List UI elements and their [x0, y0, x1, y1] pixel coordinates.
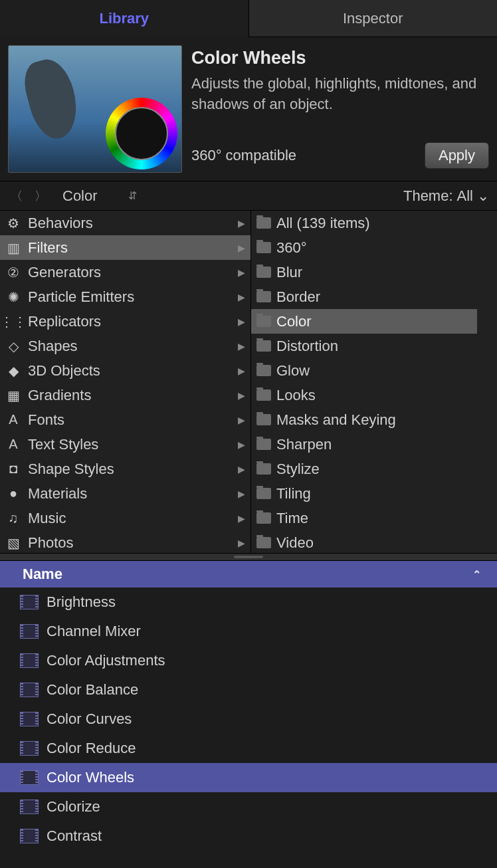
subcategory-row-stylize[interactable]: Stylize [251, 457, 477, 481]
breadcrumb[interactable]: Color [62, 187, 98, 205]
subcategory-row-video[interactable]: Video [251, 530, 477, 553]
filter-label: Color Curves [47, 710, 132, 728]
folder-icon [256, 488, 271, 499]
category-row-shape-styles[interactable]: ◘Shape Styles▶ [0, 457, 250, 481]
category-icon: ✺ [4, 288, 23, 306]
category-row-music[interactable]: ♫Music▶ [0, 506, 250, 530]
category-label: 3D Objects [28, 362, 233, 380]
filter-icon [20, 624, 39, 639]
category-icon: ◘ [4, 460, 23, 479]
subcategory-row-tiling[interactable]: Tiling [251, 481, 477, 506]
subcategory-row-color[interactable]: Color [251, 309, 477, 334]
folder-icon [256, 217, 271, 229]
subcategory-label: Time [276, 510, 308, 527]
theme-value: All [457, 187, 473, 205]
apply-button[interactable]: Apply [425, 142, 489, 169]
subcategory-row-blur[interactable]: Blur [251, 260, 477, 284]
category-icon: ⋮⋮ [4, 312, 23, 331]
subcategory-row-border[interactable]: Border [251, 284, 477, 309]
category-row-materials[interactable]: ●Materials▶ [0, 481, 250, 506]
filter-item-color-balance[interactable]: Color Balance [0, 675, 497, 705]
theme-selector[interactable]: Theme: All ⌄ [403, 187, 489, 205]
category-row-generators[interactable]: ②Generators▶ [0, 260, 250, 284]
category-row-text-styles[interactable]: AText Styles▶ [0, 432, 250, 457]
subcategory-row-masks-and-keying[interactable]: Masks and Keying [251, 407, 477, 432]
subcategory-label: Glow [276, 362, 310, 380]
category-row-photos[interactable]: ▧Photos▶ [0, 530, 250, 553]
folder-icon [256, 512, 271, 524]
chevron-right-icon: ▶ [238, 415, 245, 425]
tab-library[interactable]: Library [0, 0, 249, 37]
folder-icon [256, 414, 271, 425]
folder-icon [256, 389, 271, 401]
subcategory-label: Border [276, 288, 320, 306]
category-row-gradients[interactable]: ▦Gradients▶ [0, 383, 250, 407]
preview-meta: Color Wheels Adjusts the global, highlig… [191, 45, 489, 173]
filter-icon [20, 800, 39, 814]
tab-inspector[interactable]: Inspector [249, 0, 498, 37]
filter-item-color-reduce[interactable]: Color Reduce [0, 734, 497, 763]
chevron-right-icon: ▶ [238, 292, 245, 302]
category-row-replicators[interactable]: ⋮⋮Replicators▶ [0, 309, 250, 334]
list-header-name: Name [23, 566, 62, 583]
chevron-right-icon: ▶ [238, 341, 245, 352]
sort-ascending-icon[interactable]: ⌃ [472, 568, 481, 581]
subcategory-label: Distortion [276, 338, 338, 355]
filter-item-color-adjustments[interactable]: Color Adjustments [0, 646, 497, 675]
category-icon: ▧ [4, 534, 23, 552]
splitter-handle[interactable] [0, 553, 497, 561]
category-icon: ▦ [4, 386, 23, 405]
nav-back-icon[interactable]: 〈 [8, 188, 25, 204]
filter-label: Color Reduce [47, 740, 136, 757]
subcategory-label: All (139 items) [276, 215, 370, 232]
category-label: Particle Emitters [28, 288, 233, 306]
subcategory-row-distortion[interactable]: Distortion [251, 334, 477, 358]
filter-icon [20, 829, 39, 843]
subcategory-row-time[interactable]: Time [251, 506, 477, 530]
subcategory-column: All (139 items)360°BlurBorderColorDistor… [251, 211, 497, 553]
folder-icon [256, 439, 271, 450]
list-header[interactable]: Name ⌃ [0, 561, 497, 588]
subcategory-row-360-[interactable]: 360° [251, 235, 477, 260]
subcategory-row-glow[interactable]: Glow [251, 358, 477, 383]
category-label: Photos [28, 534, 233, 552]
category-label: Fonts [28, 411, 233, 429]
category-label: Text Styles [28, 436, 233, 453]
breadcrumb-sort-icon[interactable]: ⇵ [128, 189, 137, 202]
category-label: Filters [28, 239, 233, 257]
category-row-filters[interactable]: ▥Filters▶ [0, 235, 250, 260]
chevron-right-icon: ▶ [238, 390, 245, 401]
category-icon: A [4, 435, 23, 454]
category-icon: ◆ [4, 362, 23, 380]
folder-icon [256, 463, 271, 475]
category-row-behaviors[interactable]: ⚙︎Behaviors▶ [0, 211, 250, 235]
chevron-right-icon: ▶ [238, 538, 245, 548]
filter-item-colorize[interactable]: Colorize [0, 792, 497, 821]
filter-item-contrast[interactable]: Contrast [0, 821, 497, 851]
filter-icon [20, 770, 39, 785]
chevron-right-icon: ▶ [238, 267, 245, 278]
subcategory-row-all-139-items-[interactable]: All (139 items) [251, 211, 477, 235]
filter-item-brightness[interactable]: Brightness [0, 588, 497, 617]
subcategory-label: Sharpen [276, 436, 332, 453]
chevron-right-icon: ▶ [238, 218, 245, 229]
category-icon: ② [4, 263, 23, 282]
filter-icon [20, 683, 39, 697]
filter-item-color-curves[interactable]: Color Curves [0, 705, 497, 734]
filter-item-color-wheels[interactable]: Color Wheels [0, 763, 497, 792]
category-row-3d-objects[interactable]: ◆3D Objects▶ [0, 358, 250, 383]
subcategory-label: Blur [276, 264, 302, 281]
category-row-fonts[interactable]: AFonts▶ [0, 407, 250, 432]
subcategory-row-looks[interactable]: Looks [251, 383, 477, 407]
chevron-right-icon: ▶ [238, 488, 245, 499]
browser-columns: ⚙︎Behaviors▶▥Filters▶②Generators▶✺Partic… [0, 210, 497, 553]
category-label: Replicators [28, 313, 233, 330]
category-row-particle-emitters[interactable]: ✺Particle Emitters▶ [0, 284, 250, 309]
category-row-shapes[interactable]: ◇Shapes▶ [0, 334, 250, 358]
nav-forward-icon[interactable]: 〉 [32, 188, 49, 204]
subcategory-label: Color [276, 313, 312, 330]
filter-item-channel-mixer[interactable]: Channel Mixer [0, 617, 497, 646]
category-icon: ▥ [4, 239, 23, 257]
folder-icon [256, 267, 271, 278]
subcategory-row-sharpen[interactable]: Sharpen [251, 432, 477, 457]
